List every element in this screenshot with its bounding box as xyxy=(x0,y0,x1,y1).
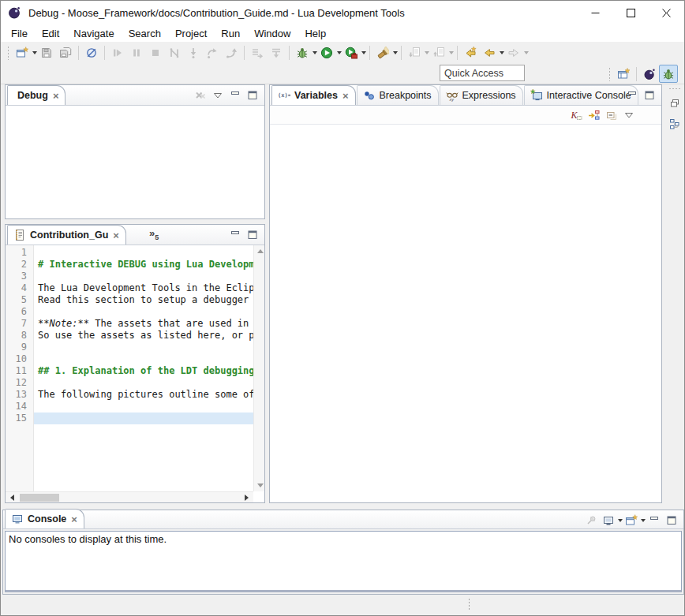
title-bar[interactable]: Debug - Moose_Framework/docs/Contributio… xyxy=(1,1,684,25)
toolbar-grip[interactable] xyxy=(7,46,9,60)
code-line-12[interactable]: 12 xyxy=(6,377,253,389)
drop-to-frame-button[interactable] xyxy=(267,44,286,62)
tab-variables[interactable]: (x)=Variables× xyxy=(271,85,356,105)
maximize-window-button[interactable] xyxy=(613,1,649,25)
horizontal-scroll-thumb[interactable] xyxy=(20,494,59,502)
close-icon[interactable]: × xyxy=(53,91,59,101)
back-button[interactable] xyxy=(480,44,499,62)
next-annotation-button[interactable] xyxy=(405,44,424,62)
step-over-button[interactable] xyxy=(203,44,222,62)
maximize-button[interactable] xyxy=(244,88,261,103)
code-line-11[interactable]: 11## 1. Explanation of the LDT debugging xyxy=(6,365,253,377)
code-line-3[interactable]: 3 xyxy=(6,271,253,282)
maximize-button[interactable] xyxy=(244,227,261,243)
trim-grip[interactable] xyxy=(668,88,681,90)
search-button[interactable] xyxy=(373,44,392,62)
menu-file[interactable]: File xyxy=(4,26,35,41)
resume-button[interactable] xyxy=(108,44,127,62)
maximize-button[interactable] xyxy=(663,513,680,528)
minimize-button[interactable] xyxy=(646,513,663,528)
code-line-13[interactable]: 13The following pictures outline some of xyxy=(6,389,253,401)
tab-breakpoints[interactable]: Breakpoints xyxy=(357,85,439,105)
show-type-names-button[interactable]: K xyxy=(568,107,586,123)
view-menu-button[interactable] xyxy=(209,88,226,103)
scroll-down-icon[interactable] xyxy=(257,483,264,487)
scroll-left-icon[interactable] xyxy=(10,495,14,501)
tab-debug[interactable]: Debug × xyxy=(7,85,66,105)
close-icon[interactable]: × xyxy=(342,91,349,101)
menu-navigate[interactable]: Navigate xyxy=(66,26,121,41)
minimize-button[interactable] xyxy=(226,88,244,103)
pin-console-button[interactable] xyxy=(582,513,600,528)
perspective-grip[interactable] xyxy=(608,67,611,81)
forward-button[interactable] xyxy=(504,44,523,62)
remove-all-terminated-button[interactable] xyxy=(192,88,209,103)
display-selected-console-button[interactable] xyxy=(600,513,617,528)
maximize-button[interactable] xyxy=(641,88,658,103)
scroll-up-icon[interactable] xyxy=(257,249,264,253)
menu-search[interactable]: Search xyxy=(122,26,168,41)
code-line-8[interactable]: 8So use the assets as listed here, or p xyxy=(6,330,253,342)
editor-horizontal-scrollbar[interactable] xyxy=(6,491,253,502)
code-line-7[interactable]: 7**Note:** The assets that are used in xyxy=(6,318,253,330)
save-button[interactable] xyxy=(37,44,56,62)
editor-vertical-scrollbar[interactable] xyxy=(253,245,264,491)
scroll-right-icon[interactable] xyxy=(245,495,249,501)
menu-help[interactable]: Help xyxy=(298,26,333,41)
tab-expressions[interactable]: xyExpressions xyxy=(440,85,523,105)
menu-edit[interactable]: Edit xyxy=(35,26,66,41)
view-menu-button[interactable] xyxy=(620,107,638,123)
debug-button[interactable] xyxy=(293,44,312,62)
code-line-5[interactable]: 5Read this section to setup a debugger xyxy=(6,294,253,306)
code-line-14[interactable]: 14 xyxy=(6,401,253,413)
external-tools-button[interactable] xyxy=(342,44,361,62)
save-all-button[interactable] xyxy=(56,44,75,62)
minimize-button[interactable] xyxy=(226,227,244,243)
tab-interactive-console[interactable]: Interactive Console xyxy=(524,85,638,105)
close-window-button[interactable] xyxy=(649,1,684,25)
minimize-window-button[interactable] xyxy=(578,1,613,25)
tab-console[interactable]: Console × xyxy=(5,509,84,528)
close-icon[interactable]: × xyxy=(71,514,77,525)
terminate-button[interactable] xyxy=(146,44,165,62)
external-tools-dropdown-icon[interactable] xyxy=(361,51,366,54)
skip-all-breakpoints-button[interactable] xyxy=(82,44,101,62)
lua-perspective-button[interactable] xyxy=(640,65,659,83)
previous-annotation-button[interactable] xyxy=(429,44,448,62)
tab-editor-contribution-guide[interactable]: Contribution_Gu × xyxy=(7,225,126,245)
open-perspective-button[interactable] xyxy=(614,65,633,83)
open-console-button[interactable] xyxy=(623,513,640,528)
close-icon[interactable]: × xyxy=(113,230,119,241)
disconnect-button[interactable] xyxy=(165,44,184,62)
code-line-6[interactable]: 6 xyxy=(6,306,253,318)
code-line-10[interactable]: 10 xyxy=(6,353,253,365)
new-wizard-button[interactable] xyxy=(13,44,32,62)
restore-view-button[interactable] xyxy=(666,95,683,112)
suspend-button[interactable] xyxy=(127,44,146,62)
code-line-1[interactable]: 1 xyxy=(6,247,253,259)
console-output-area[interactable]: No consoles to display at this time. xyxy=(5,531,682,592)
code-line-2[interactable]: 2# Interactive DEBUG using Lua Developm xyxy=(6,259,253,271)
step-return-button[interactable] xyxy=(222,44,241,62)
code-line-4[interactable]: 4The Lua Development Tools in the Eclip xyxy=(6,282,253,294)
editor-content[interactable]: 12# Interactive DEBUG using Lua Developm… xyxy=(6,245,264,502)
debug-perspective-button[interactable] xyxy=(659,65,678,83)
last-edit-location-button[interactable] xyxy=(461,44,480,62)
outline-view-button[interactable] xyxy=(666,115,683,133)
collapse-all-button[interactable] xyxy=(603,107,620,123)
menu-window[interactable]: Window xyxy=(247,26,298,41)
show-logical-structure-button[interactable] xyxy=(586,107,603,123)
search-dropdown-icon[interactable] xyxy=(393,51,398,54)
run-button[interactable] xyxy=(317,44,336,62)
minimize-button[interactable] xyxy=(623,88,641,103)
previous-annotation-dropdown-icon[interactable] xyxy=(449,51,454,54)
hidden-editors-indicator[interactable]: »5 xyxy=(149,227,159,241)
forward-dropdown-icon[interactable] xyxy=(524,51,529,54)
menu-run[interactable]: Run xyxy=(214,26,247,41)
quick-access-input[interactable] xyxy=(440,65,525,81)
statusbar-grip[interactable] xyxy=(468,598,470,610)
menu-project[interactable]: Project xyxy=(168,26,214,41)
step-into-button[interactable] xyxy=(184,44,203,62)
code-line-15[interactable]: 15 xyxy=(6,413,253,424)
code-line-9[interactable]: 9 xyxy=(6,342,253,353)
